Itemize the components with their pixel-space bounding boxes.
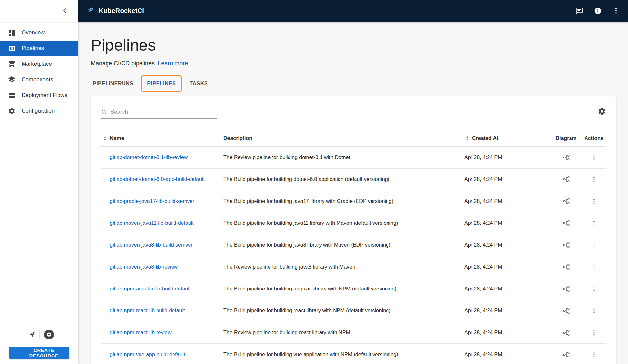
rocket-logo-icon [86, 6, 95, 16]
cart-icon [8, 60, 16, 68]
pipeline-created-at: Apr 28, 4:24 PM [456, 176, 551, 182]
sidebar-item-components[interactable]: Components [0, 72, 78, 88]
pipeline-description: The Review pipeline for building dotnet-… [218, 155, 456, 160]
chat-icon[interactable] [575, 7, 584, 15]
tabs: PIPELINERUNS PIPELINES TASKS [87, 75, 628, 92]
pipeline-name-link[interactable]: gitlab-maven-java8-lib-build-semver [110, 242, 192, 248]
sidebar-header [0, 0, 78, 22]
pipeline-name-link[interactable]: gitlab-npm-vue-app-build-default [110, 352, 185, 357]
table-row: gitlab-dotnet-dotnet-3.1-lib-review The … [101, 147, 606, 169]
pipeline-name-link[interactable]: gitlab-dotnet-dotnet-3.1-lib-review [110, 155, 188, 160]
sidebar-item-marketplace[interactable]: Marketplace [0, 56, 78, 72]
sidebar-footer: CREATE RESOURCE [0, 329, 78, 364]
pipeline-description: The Build pipeline for building java11 l… [218, 220, 456, 226]
page-title: Pipelines [91, 36, 628, 54]
pipeline-name-link[interactable]: gitlab-npm-react-lib-review [110, 330, 172, 335]
app-title: KubeRocketCI [99, 7, 144, 15]
create-resource-button[interactable]: CREATE RESOURCE [9, 347, 69, 359]
column-header-diagram: Diagram [551, 135, 582, 141]
diagram-icon[interactable] [562, 263, 570, 271]
tab-tasks[interactable]: TASKS [184, 75, 214, 92]
diagram-icon[interactable] [562, 241, 570, 249]
column-header-created-at[interactable]: Created At [456, 135, 551, 141]
row-actions-kebab-icon[interactable] [590, 263, 598, 271]
pipeline-description: The Build pipeline for building java8 li… [218, 242, 456, 248]
column-header-actions: Actions [582, 135, 606, 141]
sidebar-item-configuration[interactable]: Configuration [0, 103, 78, 119]
tab-pipelineruns[interactable]: PIPELINERUNS [87, 75, 139, 92]
pipeline-description: The Review pipeline for building java8 l… [218, 264, 456, 270]
table-row: gitlab-npm-vue-app-build-default The Bui… [101, 344, 606, 364]
pipeline-created-at: Apr 28, 4:24 PM [456, 220, 551, 226]
row-actions-kebab-icon[interactable] [590, 175, 598, 183]
search-icon [101, 109, 107, 115]
table-row: gitlab-dotnet-dotnet-6.0-app-build-defau… [101, 169, 606, 190]
search-input[interactable] [110, 109, 217, 115]
pipeline-created-at: Apr 28, 4:24 PM [456, 198, 551, 204]
rocket-button[interactable] [25, 329, 40, 340]
sort-icon [102, 135, 108, 141]
diagram-icon[interactable] [562, 154, 570, 161]
pipeline-description: The Build pipeline for building angular … [218, 286, 456, 292]
table-row: gitlab-npm-react-lib-build-default The B… [101, 300, 606, 322]
pipeline-created-at: Apr 28, 4:24 PM [456, 264, 551, 270]
pipeline-created-at: Apr 28, 4:24 PM [456, 155, 551, 160]
sidebar-item-deployment-flows[interactable]: Deployment Flows [0, 88, 78, 103]
sidebar-item-overview[interactable]: Overview [0, 25, 78, 41]
column-header-description: Description [218, 135, 456, 141]
pipeline-name-link[interactable]: gitlab-maven-java8-lib-review [110, 264, 178, 270]
app-brand: KubeRocketCI [86, 6, 144, 16]
row-actions-kebab-icon[interactable] [590, 197, 598, 205]
table-row: gitlab-gradle-java17-lib-build-semver Th… [101, 190, 606, 212]
pipeline-name-link[interactable]: gitlab-dotnet-dotnet-6.0-app-build-defau… [110, 176, 205, 182]
table-row: gitlab-npm-react-lib-review The Review p… [101, 322, 606, 344]
tab-pipelines[interactable]: PIPELINES [141, 75, 182, 92]
diagram-icon[interactable] [562, 175, 570, 183]
sidebar-item-label: Overview [22, 29, 45, 36]
row-actions-kebab-icon[interactable] [590, 241, 598, 249]
pipeline-description: The Build pipeline for building vue appl… [218, 352, 456, 357]
table-row: gitlab-npm-angular-lib-build-default The… [101, 278, 606, 300]
table-header: Name Description Created At Diagram Acti… [101, 130, 606, 147]
sidebar-item-label: Deployment Flows [22, 92, 67, 99]
diagram-icon[interactable] [562, 351, 570, 358]
layers-icon [8, 76, 16, 84]
row-actions-kebab-icon[interactable] [590, 329, 598, 337]
pipeline-name-link[interactable]: gitlab-npm-angular-lib-build-default [110, 286, 190, 291]
pipeline-name-link[interactable]: gitlab-gradle-java17-lib-build-semver [110, 198, 194, 204]
learn-more-link[interactable]: Learn more. [158, 60, 190, 67]
search-field [101, 109, 217, 119]
column-header-name[interactable]: Name [101, 135, 218, 141]
table-row: gitlab-maven-java11-lib-build-default Th… [101, 212, 606, 234]
sidebar-item-pipelines[interactable]: Pipelines [0, 41, 78, 56]
sidebar-item-label: Components [22, 76, 53, 83]
row-actions-kebab-icon[interactable] [590, 307, 598, 315]
table-settings-gear-icon[interactable] [598, 107, 606, 116]
row-actions-kebab-icon[interactable] [590, 285, 598, 293]
pipeline-description: The Build pipeline for building dotnet-6… [218, 176, 456, 182]
pipeline-name-link[interactable]: gitlab-npm-react-lib-build-default [110, 308, 185, 313]
plus-icon [9, 350, 15, 356]
kebab-menu-icon[interactable] [612, 7, 620, 15]
sidebar-item-label: Marketplace [22, 61, 52, 67]
topbar-actions [575, 7, 620, 15]
pipeline-name-link[interactable]: gitlab-maven-java11-lib-build-default [110, 220, 194, 226]
diagram-icon[interactable] [562, 285, 570, 293]
diagram-icon[interactable] [562, 197, 570, 205]
collapse-sidebar-icon[interactable] [59, 5, 71, 16]
row-actions-kebab-icon[interactable] [590, 154, 598, 161]
diagram-icon[interactable] [562, 219, 570, 227]
row-actions-kebab-icon[interactable] [590, 351, 598, 358]
rows-icon [8, 91, 16, 99]
sidebar-nav: Overview Pipelines Marketplace Component… [0, 22, 78, 119]
pipelines-table-card: Name Description Created At Diagram Acti… [91, 96, 616, 364]
pipeline-description: The Review pipeline for building react l… [218, 330, 456, 336]
info-icon[interactable] [593, 7, 602, 15]
diagram-icon[interactable] [562, 307, 570, 315]
page-subtitle: Manage CI/CD pipelines. Learn more. [91, 60, 628, 67]
pipeline-created-at: Apr 28, 4:24 PM [456, 308, 551, 314]
gear-badge-icon[interactable] [44, 330, 54, 339]
diagram-icon[interactable] [562, 329, 570, 337]
row-actions-kebab-icon[interactable] [590, 219, 598, 227]
sidebar-item-label: Configuration [22, 108, 55, 114]
